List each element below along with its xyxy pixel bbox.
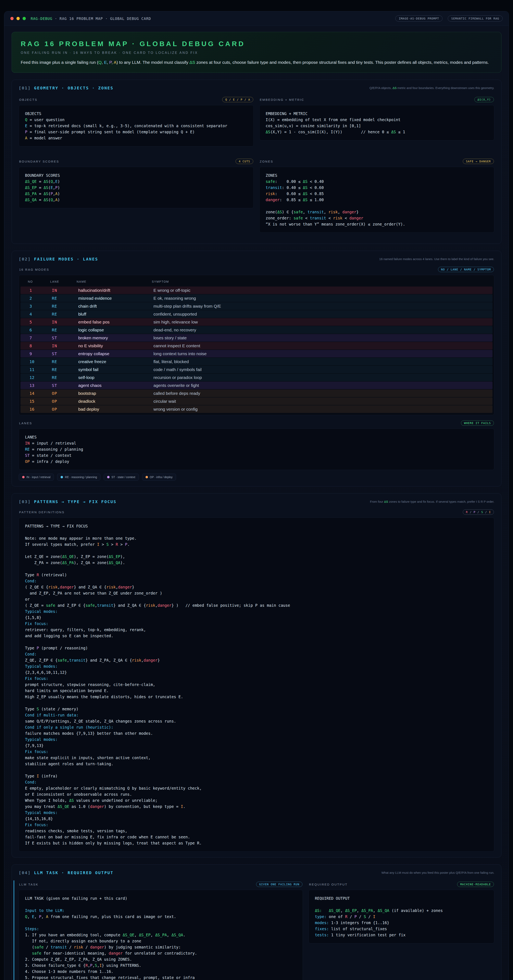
col-name: NAME [76, 280, 152, 283]
panel-boundary-scores: BOUNDARY SCORES4 CUTS BOUNDARY SCORESΔS_… [19, 158, 254, 233]
table-row-mode-5: 5INembed false possim high, relevance lo… [21, 318, 492, 326]
cell-lane: RE [52, 304, 78, 309]
code-line: PATTERNS → TYPE → FIX FOCUS [25, 523, 488, 529]
panel-lanes: LANESWHERE IT FAILS LANESIN = input / re… [19, 420, 494, 480]
page-title: RAG 16 PROBLEM MAP · GLOBAL DEBUG CARD [21, 40, 492, 48]
panel-llm-task: LLM TASKGIVEN ONE FAILING RUN LLM TASK (… [14, 880, 303, 980]
code-line: safe for near-identical meaning, danger … [25, 950, 296, 956]
code-line: Typical modes: [25, 810, 488, 816]
code-line: P = final user-side prompt string sent t… [25, 129, 247, 135]
window-close-icon[interactable] [10, 17, 14, 20]
code-line: hard limits on speculation beyond E. [25, 687, 488, 694]
code-line [266, 203, 488, 209]
section-geometry-title: [01] GEOMETRY · OBJECTS · ZONES [19, 86, 113, 91]
code-line: Type S (state / memory) [25, 706, 488, 712]
poster-content: RAG 16 PROBLEM MAP · GLOBAL DEBUG CARD O… [4, 26, 509, 980]
panel-llm-task-pill: GIVEN ONE FAILING RUN [256, 881, 303, 887]
code-line: danger: 0.85 ≤ ΔS ≤ 1.00 [266, 197, 488, 203]
code-line: 3. Choose failure_type ∈ {R,P,S,I} using… [25, 963, 296, 969]
code-line: OP = infra / deploy [25, 458, 488, 465]
panel-embedding-pill: ΔS(X,Y) [475, 97, 494, 102]
cell-lane: IN [52, 288, 78, 293]
code-line: BOUNDARY SCORES [25, 172, 247, 178]
code-line [25, 529, 488, 535]
code-line: Cond: [25, 651, 488, 657]
panel-rag-modes-label: 16 RAG MODES [19, 268, 49, 271]
patterns-codeblock: PATTERNS → TYPE → FIX FOCUS Note: one mo… [19, 517, 494, 851]
legend-chip: ST · state / context [104, 474, 139, 480]
cell-no: 3 [29, 304, 52, 309]
panel-lanes-label: LANES [19, 422, 32, 425]
table-row-mode-9: 9STentropy collapselong context turns in… [21, 350, 492, 357]
code-line: Q, E, P, A from one failing run, plus th… [25, 913, 296, 920]
table-row-mode-16: 16OPbad deploywrong version or config [21, 406, 492, 413]
table-row-mode-15: 15OPdeadlockcircular wait [21, 398, 492, 405]
badge-image-as-debug-prompt: IMAGE-AS-DEBUG PROMPT [395, 16, 443, 22]
code-line: I(X) = embedding of text X from one fixe… [266, 117, 488, 123]
window-zoom-icon[interactable] [22, 17, 26, 20]
panel-boundary-pill: 4 CUTS [236, 159, 253, 164]
code-line: Let Z_QE = zone(ΔS_QE), Z_EP = zone(ΔS_E… [25, 554, 488, 560]
cell-lane: RE [52, 359, 78, 364]
section-geometry-header: [01] GEOMETRY · OBJECTS · ZONES Q/E/P/A … [19, 86, 494, 91]
section-failure-modes-note: 16 named failure modes across 4 lanes. U… [379, 257, 494, 261]
cell-nm: no E visibility [78, 344, 153, 348]
legend-chip: IN · input / retrieval [19, 474, 54, 480]
panel-pattern-definitions: PATTERN DEFINITIONSR / P / S / I PATTERN… [19, 509, 494, 851]
table-row-mode-6: 6RElogic collapsedead-end, no recovery [21, 326, 492, 334]
cell-lane: RE [52, 312, 78, 317]
code-line: If E exists but is hidden only by missin… [25, 840, 488, 846]
code-line [25, 767, 488, 773]
section-geometry-note: Q/E/P/A objects, ΔS metric and four boun… [370, 86, 494, 91]
code-line: safe: 0.00 ≤ ΔS < 0.40 [266, 178, 488, 185]
legend-dot-icon [107, 476, 110, 478]
code-line: Fix focus: [25, 749, 488, 755]
cell-nm: symbol fail [78, 367, 153, 372]
code-line: Typical modes: [25, 663, 488, 669]
panel-required-output-label: REQUIRED OUTPUT [309, 883, 347, 886]
panel-zones-pill: SAFE → DANGER [463, 159, 494, 164]
cell-lane: RE [52, 375, 78, 380]
cell-no: 8 [29, 344, 52, 348]
table-row-mode-12: 12REself-looprecursion or paradox loop [21, 374, 492, 381]
zones-codeblock: ZONESsafe: 0.00 ≤ ΔS < 0.40transit: 0.40… [259, 167, 494, 233]
cell-sym: E wrong or off-topic [153, 288, 484, 293]
app-name: RAG-DEBUG [31, 16, 53, 21]
code-line: type: one of R / P / S / I [315, 913, 488, 920]
code-line: 4. Choose 1-3 mode numbers from 1..16. [25, 969, 296, 975]
code-line: cos_sim(u,v) = cosine similarity in [0,1… [266, 123, 488, 129]
code-line: Type R (retrieval) [25, 572, 488, 578]
code-line: {1,5,8} [25, 614, 488, 620]
embedding-codeblock: EMBEDDING + METRICI(X) = embedding of te… [259, 105, 494, 140]
code-line: (safe / transit / risk / danger) by judg… [25, 944, 296, 950]
cell-no: 7 [29, 336, 52, 340]
table-row-mode-10: 10REcreative freezeflat, literal, blocke… [21, 358, 492, 365]
required-output-codeblock: REQUIRED OUTPUT ΔS: ΔS_QE, ΔS_EP, ΔS_PA,… [309, 890, 494, 943]
cell-sym: wrong version or config [153, 407, 484, 412]
code-line: stabilize agent roles and turn-taking. [25, 761, 488, 767]
code-line [25, 566, 488, 572]
code-line: REQUIRED OUTPUT [315, 895, 488, 901]
section-geometry: [01] GEOMETRY · OBJECTS · ZONES Q/E/P/A … [11, 80, 502, 244]
section-patterns-title: [03] PATTERNS → TYPE → FIX FOCUS [19, 499, 116, 504]
app-window: RAG-DEBUG · RAG 16 PROBLEM MAP · GLOBAL … [4, 11, 509, 980]
code-line: fail-fast on bad or missing E, fix infra… [25, 834, 488, 840]
legend-chip: RE · reasoning / planning [57, 474, 100, 480]
col-lane: LANE [50, 280, 76, 283]
window-minimize-icon[interactable] [16, 17, 20, 20]
section-llm-task: [04] LLM TASK · REQUIRED OUTPUT What any… [11, 864, 502, 980]
legend-dot-icon [145, 476, 148, 478]
code-line: ΔS(X,Y) = 1 - cos_sim(I(X), I(Y)) // hen… [266, 129, 488, 135]
code-line: 5. Propose structural_fixes that change … [25, 975, 296, 980]
table-row-mode-13: 13STagent chaosagents overwrite or fight [21, 382, 492, 389]
panel-boundary-label: BOUNDARY SCORES [19, 160, 59, 163]
cell-lane: ST [52, 336, 78, 340]
code-line: ΔS_QA = ΔS(Q,A) [25, 197, 247, 203]
badge-semantic-firewall: SEMANTIC FIREWALL FOR RAG [448, 16, 503, 22]
cell-no: 4 [29, 312, 52, 317]
code-line [25, 639, 488, 645]
code-line: prompt structure, stepwise reasoning, ci… [25, 681, 488, 687]
code-line: Z_PA = zone(ΔS_PA), Z_QA = zone(ΔS_QA). [25, 560, 488, 566]
code-line: Note: one mode may appear in more than o… [25, 535, 488, 541]
code-line: Q = user question [25, 117, 247, 123]
